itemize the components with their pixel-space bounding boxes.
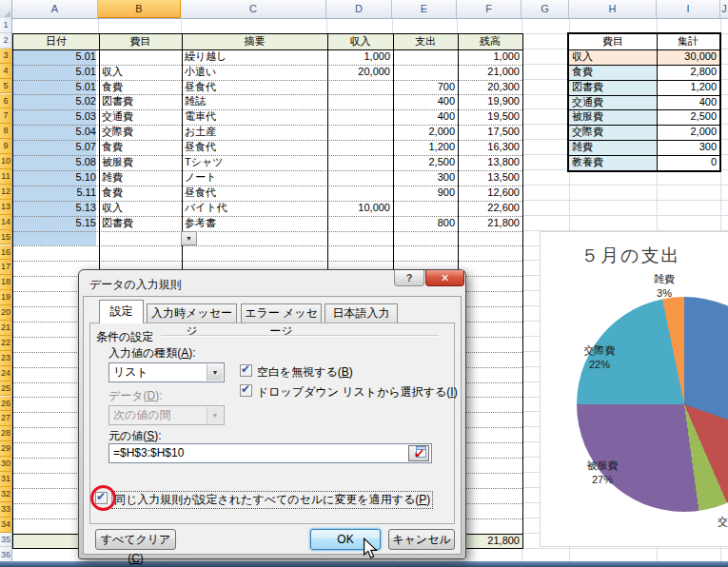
row-header-17[interactable]: 17 [0, 260, 11, 275]
column-header-I[interactable]: I [657, 0, 720, 18]
cell-r14-category[interactable]: 図書費 [99, 216, 182, 231]
cell-r10-balance[interactable]: 13,800 [458, 155, 522, 170]
summary-label-5[interactable]: 交際費 [569, 125, 657, 140]
cell-r7-category[interactable]: 交通費 [99, 109, 182, 125]
row-header-16[interactable]: 16 [0, 245, 11, 261]
ledger-header-1[interactable]: 費目 [99, 34, 182, 49]
row-header-9[interactable]: 9 [0, 139, 11, 154]
ledger-header-5[interactable]: 残高 [458, 34, 522, 49]
cell-r8-balance[interactable]: 17,500 [458, 125, 522, 140]
column-header-G[interactable]: G [521, 0, 569, 18]
cancel-button[interactable]: キャンセル [388, 529, 455, 550]
row-header-18[interactable]: 18 [0, 275, 11, 290]
row-header-36[interactable]: 36 [0, 548, 11, 563]
pie-chart-object[interactable]: ５月の支出 雑費3% 交際費22% 被服費27% 交通費 [540, 231, 728, 547]
cell-r6-expense[interactable]: 400 [393, 94, 458, 109]
cell-r14-date[interactable]: 5.15 [13, 216, 99, 231]
cell-r4-memo[interactable]: 小遣い [182, 65, 327, 80]
summary-header-0[interactable]: 費目 [569, 34, 657, 49]
cell-r9-date[interactable]: 5.07 [13, 140, 99, 155]
cell-r9-category[interactable]: 食費 [99, 140, 182, 155]
cell-r7-expense[interactable]: 400 [393, 109, 458, 125]
row-header-30[interactable]: 30 [0, 457, 11, 472]
cell-r6-balance[interactable]: 19,900 [458, 94, 522, 109]
cell-r8-category[interactable]: 交際費 [99, 125, 182, 140]
cell-r12-category[interactable]: 食費 [99, 186, 182, 201]
cell-r9-memo[interactable]: 昼食代 [182, 140, 327, 155]
cell-r3-date[interactable]: 5.01 [13, 49, 99, 65]
row-header-24[interactable]: 24 [0, 366, 11, 381]
row-header-3[interactable]: 3 [0, 49, 11, 64]
cell-r10-expense[interactable]: 2,500 [393, 155, 458, 170]
cell-r4-balance[interactable]: 21,000 [458, 65, 522, 80]
summary-label-2[interactable]: 図書費 [569, 80, 657, 95]
cell-r9-expense[interactable]: 1,200 [393, 140, 458, 155]
summary-label-7[interactable]: 教養費 [569, 155, 657, 170]
close-button[interactable]: ✕ [425, 270, 464, 286]
cell-r13-category[interactable]: 収入 [99, 201, 182, 216]
cell-r5-expense[interactable]: 700 [393, 80, 458, 95]
cell-r6-date[interactable]: 5.02 [13, 94, 99, 109]
cell-r13-memo[interactable]: バイト代 [182, 201, 327, 216]
summary-value-2[interactable]: 1,200 [657, 80, 719, 95]
cell-r10-date[interactable]: 5.08 [13, 155, 99, 170]
summary-value-1[interactable]: 2,800 [657, 65, 719, 80]
cell-r11-expense[interactable]: 300 [393, 170, 458, 186]
column-header-B[interactable]: B [98, 0, 181, 18]
ledger-header-0[interactable]: 日付 [13, 34, 99, 49]
cell-r4-date[interactable]: 5.01 [13, 65, 99, 80]
cell-r7-balance[interactable]: 19,500 [458, 109, 522, 125]
cell-r6-memo[interactable]: 雑誌 [182, 94, 327, 109]
column-header-A[interactable]: A [12, 0, 98, 18]
summary-value-6[interactable]: 300 [657, 140, 719, 155]
row-header-27[interactable]: 27 [0, 411, 11, 426]
row-header-1[interactable]: 1 [0, 18, 11, 33]
row-header-33[interactable]: 33 [0, 502, 11, 518]
row-header-11[interactable]: 11 [0, 169, 11, 185]
summary-header-1[interactable]: 集計 [657, 34, 719, 49]
summary-label-6[interactable]: 雑費 [569, 140, 657, 155]
select-all-corner[interactable] [0, 0, 12, 18]
row-header-21[interactable]: 21 [0, 321, 11, 336]
allow-combobox[interactable]: リスト ▼ [108, 362, 225, 382]
cell-r5-date[interactable]: 5.01 [13, 80, 99, 95]
row-header-10[interactable]: 10 [0, 154, 11, 169]
range-select-button[interactable] [408, 445, 429, 461]
cell-r12-date[interactable]: 5.11 [13, 186, 99, 201]
cell-r8-memo[interactable]: お土産 [182, 125, 327, 140]
summary-label-0[interactable]: 収入 [569, 49, 657, 65]
source-input[interactable]: =$H$3:$H$10 [108, 443, 432, 463]
row-header-13[interactable]: 13 [0, 200, 11, 215]
cell-r9-balance[interactable]: 16,300 [458, 140, 522, 155]
summary-value-4[interactable]: 2,500 [657, 109, 719, 125]
in-cell-dropdown-checkbox[interactable] [240, 384, 252, 397]
cell-r5-balance[interactable]: 20,300 [458, 80, 522, 95]
row-header-20[interactable]: 20 [0, 305, 11, 321]
cell-r7-memo[interactable]: 電車代 [182, 109, 327, 125]
cell-r12-balance[interactable]: 12,600 [458, 186, 522, 201]
cell-r13-date[interactable]: 5.13 [13, 201, 99, 216]
column-header-E[interactable]: E [392, 0, 457, 18]
cell-r5-category[interactable]: 食費 [99, 80, 182, 95]
column-header-J[interactable]: J [720, 0, 728, 18]
cell-r12-memo[interactable]: 昼食代 [182, 186, 327, 201]
ledger-header-3[interactable]: 収入 [327, 34, 393, 49]
cell-r11-memo[interactable]: ノート [182, 170, 327, 186]
row-header-25[interactable]: 25 [0, 381, 11, 397]
help-button[interactable]: ? [394, 270, 424, 286]
summary-value-5[interactable]: 2,000 [657, 125, 719, 140]
cell-r3-income[interactable]: 1,000 [327, 49, 393, 65]
ledger-header-4[interactable]: 支出 [393, 34, 458, 49]
cell-r4-category[interactable]: 収入 [99, 65, 182, 80]
row-header-2[interactable]: 2 [0, 33, 11, 49]
cell-r7-date[interactable]: 5.03 [13, 109, 99, 125]
cell-r6-category[interactable]: 図書費 [99, 94, 182, 109]
cell-r11-date[interactable]: 5.10 [13, 170, 99, 186]
cell-r12-expense[interactable]: 900 [393, 186, 458, 201]
row-header-23[interactable]: 23 [0, 351, 11, 366]
row-header-28[interactable]: 28 [0, 426, 11, 441]
tab-input-message[interactable]: 入力時メッセージ [147, 303, 237, 323]
summary-label-3[interactable]: 交通費 [569, 95, 657, 110]
summary-value-3[interactable]: 400 [657, 95, 719, 110]
row-header-7[interactable]: 7 [0, 108, 11, 124]
